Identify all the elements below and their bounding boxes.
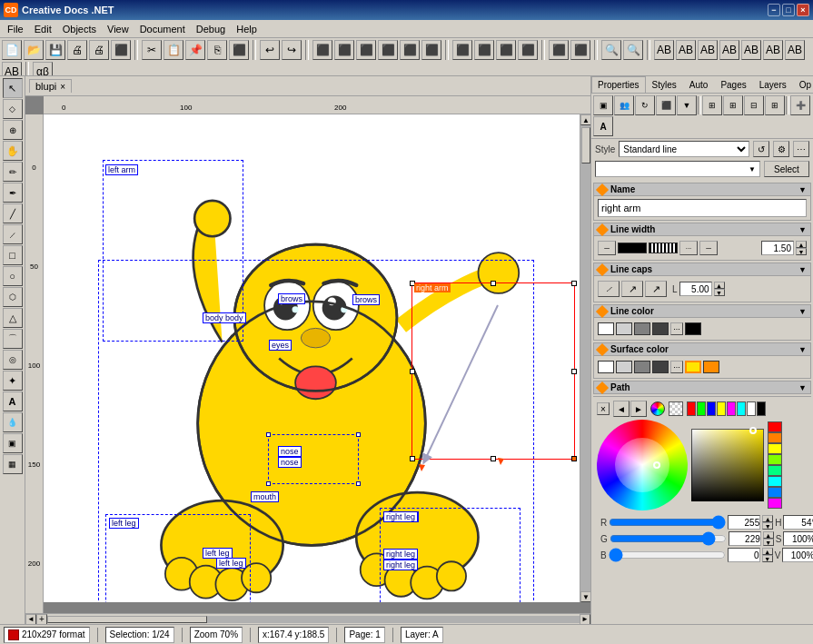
- line-color-gray2[interactable]: [634, 322, 650, 335]
- menu-help[interactable]: Help: [231, 22, 263, 36]
- save-button[interactable]: 💾: [45, 40, 65, 60]
- prop-tool-11[interactable]: A: [593, 116, 613, 136]
- text4-button[interactable]: AB: [719, 40, 739, 60]
- prop-tool-7[interactable]: ⊞: [723, 95, 743, 115]
- cap-arrow2-button[interactable]: ↗: [645, 281, 667, 297]
- pal-r-blue[interactable]: [768, 487, 782, 498]
- style-btn-2[interactable]: ⚙: [773, 141, 789, 157]
- style-select[interactable]: Standard line Dashed Dotted: [619, 141, 749, 157]
- select-tool[interactable]: ↖: [3, 78, 23, 98]
- grid1-button[interactable]: ⬛: [452, 40, 472, 60]
- pal-white[interactable]: [747, 401, 756, 416]
- surface-color-yellow[interactable]: [685, 361, 701, 373]
- tab-layers[interactable]: Layers: [753, 76, 793, 93]
- arc-tool[interactable]: ⌒: [3, 329, 23, 349]
- tab-properties[interactable]: Properties: [591, 76, 646, 93]
- canvas-tab[interactable]: blupi ×: [29, 79, 72, 93]
- print2-button[interactable]: 🖨: [89, 40, 109, 60]
- duplicate-button[interactable]: ⎘: [207, 40, 227, 60]
- grid4-button[interactable]: ⬛: [518, 40, 538, 60]
- b-down[interactable]: ▼: [762, 555, 773, 562]
- caption-dropdown[interactable]: ▼: [595, 161, 760, 177]
- brush-tool[interactable]: ╱: [3, 203, 23, 223]
- color-wheel-mini[interactable]: [650, 401, 665, 416]
- menu-document[interactable]: Document: [134, 22, 191, 36]
- g-down[interactable]: ▼: [763, 539, 774, 546]
- zoom-in-button[interactable]: 🔍: [623, 40, 643, 60]
- hscroll-right-button[interactable]: ►: [580, 614, 590, 625]
- text8-button[interactable]: AB: [2, 62, 22, 76]
- unknown2-button[interactable]: ⬛: [229, 40, 249, 60]
- pal-r-lime[interactable]: [768, 454, 782, 465]
- v-input[interactable]: [782, 548, 813, 562]
- align2-button[interactable]: ⬛: [334, 40, 354, 60]
- pal-green[interactable]: [697, 401, 706, 416]
- line-style-button[interactable]: ─: [699, 241, 718, 255]
- align6-button[interactable]: ⬛: [421, 40, 441, 60]
- copy-button[interactable]: 📋: [164, 40, 183, 60]
- g-input[interactable]: [729, 531, 761, 546]
- hscroll-add-button[interactable]: +: [36, 614, 47, 625]
- line-tool[interactable]: ⟋: [3, 224, 23, 244]
- surface-color-gray1[interactable]: [616, 361, 632, 373]
- hscroll-thumb[interactable]: [47, 616, 207, 623]
- text6-button[interactable]: AB: [763, 40, 783, 60]
- name-section-header[interactable]: Name ▼: [593, 183, 811, 196]
- new-button[interactable]: 📄: [2, 40, 22, 60]
- cap-size-input[interactable]: [679, 282, 712, 296]
- pal-cyan[interactable]: [737, 401, 746, 416]
- color-wheel-indicator[interactable]: [653, 461, 660, 469]
- eyedrop-tool[interactable]: 💧: [3, 412, 23, 432]
- tab-auto[interactable]: Auto: [683, 76, 715, 93]
- tab-op[interactable]: Op: [793, 76, 813, 93]
- gradient-tool[interactable]: ▦: [3, 454, 23, 474]
- prop-tool-3[interactable]: ↻: [635, 95, 655, 115]
- line-width-header[interactable]: Line width ▼: [593, 223, 811, 236]
- line-color-header[interactable]: Line color ▼: [593, 304, 811, 318]
- print-button[interactable]: 🖨: [67, 40, 87, 60]
- line-caps-expand[interactable]: ▼: [798, 265, 807, 274]
- surface-color-dots[interactable]: ···: [670, 361, 683, 373]
- prop-tool-2[interactable]: 👥: [614, 95, 634, 115]
- text5-button[interactable]: AB: [741, 40, 761, 60]
- vscroll-up-button[interactable]: ▲: [580, 114, 590, 125]
- line-color-white[interactable]: [598, 322, 614, 335]
- b-slider[interactable]: [609, 550, 726, 560]
- prop-tool-1[interactable]: ▣: [593, 95, 613, 115]
- line-dots-button[interactable]: ···: [679, 241, 698, 255]
- b-input[interactable]: [728, 548, 760, 562]
- align3-button[interactable]: ⬛: [356, 40, 376, 60]
- hscroll-track[interactable]: [47, 616, 580, 623]
- rect-tool[interactable]: □: [3, 245, 23, 265]
- prop-tool-6[interactable]: ⊞: [702, 95, 722, 115]
- fill-tool[interactable]: ▣: [3, 433, 23, 453]
- color-picker-left[interactable]: ◄: [613, 401, 630, 417]
- pal-r-green[interactable]: [768, 465, 782, 476]
- menu-edit[interactable]: Edit: [29, 22, 57, 36]
- redo-button[interactable]: ↪: [282, 40, 302, 60]
- pal-yellow[interactable]: [717, 401, 726, 416]
- line-width-expand[interactable]: ▼: [798, 225, 807, 234]
- select-button[interactable]: Select: [764, 161, 809, 177]
- pal-r-cyan[interactable]: [768, 476, 782, 487]
- insert1-button[interactable]: ⬛: [549, 40, 569, 60]
- pan-tool[interactable]: ✋: [3, 141, 23, 161]
- menu-debug[interactable]: Debug: [191, 22, 231, 36]
- pal-black[interactable]: [757, 401, 766, 416]
- surface-color-gray2[interactable]: [634, 361, 650, 373]
- line-color-gray1[interactable]: [616, 322, 632, 335]
- spiral-tool[interactable]: ◎: [3, 350, 23, 370]
- line-width-down[interactable]: ▼: [796, 248, 807, 255]
- grid3-button[interactable]: ⬛: [496, 40, 516, 60]
- prop-tool-4[interactable]: ⬛: [656, 95, 676, 115]
- g-slider[interactable]: [610, 534, 727, 543]
- text-tool[interactable]: A: [3, 391, 23, 411]
- s-input[interactable]: [783, 531, 813, 546]
- name-section-expand[interactable]: ▼: [798, 185, 807, 194]
- surface-color-header[interactable]: Surface color ▼: [593, 342, 811, 356]
- g-up[interactable]: ▲: [763, 531, 774, 539]
- gradient-cursor[interactable]: [749, 427, 757, 434]
- prop-tool-8[interactable]: ⊟: [744, 95, 764, 115]
- hscroll-left-button[interactable]: ◄: [25, 614, 36, 625]
- canvas-tab-close[interactable]: ×: [60, 82, 65, 92]
